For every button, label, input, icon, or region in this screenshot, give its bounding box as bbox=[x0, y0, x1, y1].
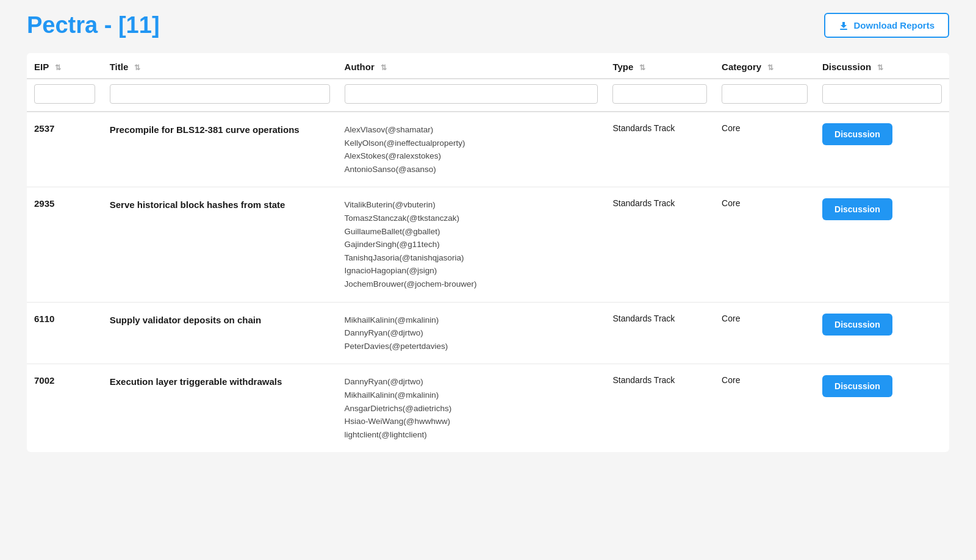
sort-icon-type[interactable]: ⇅ bbox=[639, 63, 645, 72]
cell-discussion: Discussion bbox=[815, 187, 949, 302]
col-header-author: Author ⇅ bbox=[337, 53, 606, 79]
filter-type[interactable] bbox=[612, 84, 707, 104]
page-title: Pectra - [11] bbox=[27, 12, 160, 38]
cell-type: Standards Track bbox=[605, 364, 714, 452]
sort-icon-author[interactable]: ⇅ bbox=[381, 63, 387, 72]
table-row: 2935Serve historical block hashes from s… bbox=[27, 187, 949, 302]
cell-discussion: Discussion bbox=[815, 364, 949, 452]
discussion-button[interactable]: Discussion bbox=[822, 123, 892, 145]
cell-title: Serve historical block hashes from state bbox=[102, 187, 337, 302]
sort-icon-eip[interactable]: ⇅ bbox=[55, 63, 61, 72]
cell-author: VitalikButerin(@vbuterin)TomaszStanczak(… bbox=[337, 187, 606, 302]
cell-discussion: Discussion bbox=[815, 112, 949, 187]
col-header-discussion: Discussion ⇅ bbox=[815, 53, 949, 79]
cell-type: Standards Track bbox=[605, 112, 714, 187]
col-header-category: Category ⇅ bbox=[714, 53, 815, 79]
cell-type: Standards Track bbox=[605, 187, 714, 302]
col-header-eip: EIP ⇅ bbox=[27, 53, 102, 79]
discussion-button[interactable]: Discussion bbox=[822, 198, 892, 220]
eip-table: EIP ⇅ Title ⇅ Author ⇅ Type ⇅ Category bbox=[27, 53, 949, 452]
table-row: 7002Execution layer triggerable withdraw… bbox=[27, 364, 949, 452]
cell-eip: 2935 bbox=[27, 187, 102, 302]
cell-author: DannyRyan(@djrtwo)MikhailKalinin(@mkalin… bbox=[337, 364, 606, 452]
sort-icon-title[interactable]: ⇅ bbox=[134, 63, 140, 72]
col-header-title: Title ⇅ bbox=[102, 53, 337, 79]
cell-discussion: Discussion bbox=[815, 302, 949, 364]
cell-title: Precompile for BLS12-381 curve operation… bbox=[102, 112, 337, 187]
svg-rect-0 bbox=[840, 29, 847, 30]
cell-title: Execution layer triggerable withdrawals bbox=[102, 364, 337, 452]
cell-author: AlexVlasov(@shamatar)KellyOlson(@ineffec… bbox=[337, 112, 606, 187]
filter-discussion[interactable] bbox=[822, 84, 942, 104]
table-header-row: EIP ⇅ Title ⇅ Author ⇅ Type ⇅ Category bbox=[27, 53, 949, 79]
cell-type: Standards Track bbox=[605, 302, 714, 364]
filter-title[interactable] bbox=[110, 84, 330, 104]
cell-eip: 7002 bbox=[27, 364, 102, 452]
cell-category: Core bbox=[714, 112, 815, 187]
cell-category: Core bbox=[714, 302, 815, 364]
col-header-type: Type ⇅ bbox=[605, 53, 714, 79]
cell-title: Supply validator deposits on chain bbox=[102, 302, 337, 364]
discussion-button[interactable]: Discussion bbox=[822, 375, 892, 397]
cell-author: MikhailKalinin(@mkalinin)DannyRyan(@djrt… bbox=[337, 302, 606, 364]
sort-icon-category[interactable]: ⇅ bbox=[767, 63, 773, 72]
table-row: 6110Supply validator deposits on chainMi… bbox=[27, 302, 949, 364]
filter-eip[interactable] bbox=[34, 84, 95, 104]
download-reports-button[interactable]: Download Reports bbox=[824, 13, 949, 38]
cell-eip: 6110 bbox=[27, 302, 102, 364]
filter-author[interactable] bbox=[345, 84, 598, 104]
page-header: Pectra - [11] Download Reports bbox=[27, 12, 949, 38]
table-row: 2537Precompile for BLS12-381 curve opera… bbox=[27, 112, 949, 187]
cell-category: Core bbox=[714, 364, 815, 452]
sort-icon-discussion[interactable]: ⇅ bbox=[877, 63, 883, 72]
cell-category: Core bbox=[714, 187, 815, 302]
filter-row bbox=[27, 79, 949, 112]
download-icon bbox=[839, 21, 849, 31]
cell-eip: 2537 bbox=[27, 112, 102, 187]
discussion-button[interactable]: Discussion bbox=[822, 314, 892, 336]
filter-category[interactable] bbox=[722, 84, 808, 104]
